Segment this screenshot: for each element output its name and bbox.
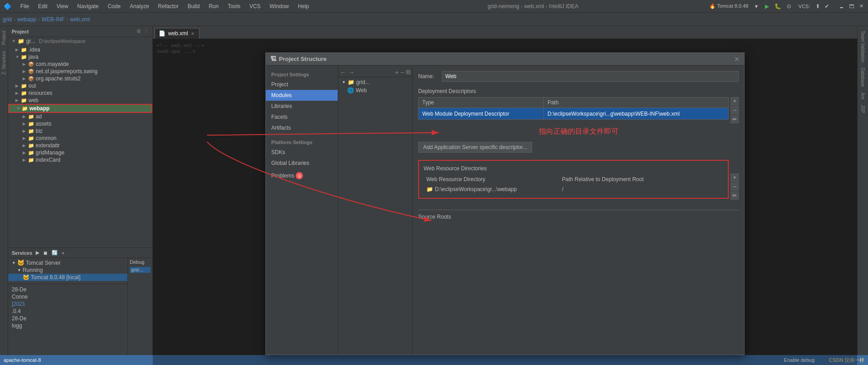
nav-problems[interactable]: Problems ① [266, 168, 338, 183]
svc-item-tomcat-server[interactable]: ▼ 🐱 Tomcat Server [8, 259, 127, 267]
services-tree: ▼ 🐱 Tomcat Server ▼ Running 🐱 Tomcat 8.0… [8, 258, 127, 282]
add-module-icon[interactable]: + [395, 69, 399, 76]
project-panel-toggle[interactable]: Project [0, 28, 7, 47]
nav-artifacts[interactable]: Artifacts [266, 122, 338, 133]
project-panel-title: Project [12, 29, 28, 34]
tomcat-server-label: Tomcat Server [26, 260, 61, 266]
jsp-panel[interactable]: JSP [859, 102, 866, 116]
back-icon[interactable]: ← [340, 69, 346, 76]
tree-item-idea[interactable]: ▶ 📁 .idea [8, 46, 152, 53]
maximize-button[interactable]: 🗖 [848, 3, 854, 9]
menu-window[interactable]: Window [268, 2, 291, 10]
team-validation-panel[interactable]: Team Validation [859, 28, 866, 65]
nav-modules[interactable]: Modules [266, 90, 338, 101]
menu-vcs[interactable]: VCS [248, 2, 263, 10]
resource-col2-header: Path Relative to Deployment Root [559, 175, 723, 183]
tree-item-web[interactable]: ▶ 📁 web [8, 97, 152, 104]
ant-panel[interactable]: Ant [859, 90, 866, 102]
forward-icon[interactable]: → [348, 69, 354, 76]
tree-item-webapp[interactable]: ▼ 📁 webapp [8, 104, 152, 113]
menu-analyze[interactable]: Analyze [128, 2, 151, 10]
tree-item-java[interactable]: ▼ 📁 java [8, 53, 152, 61]
tree-item-out[interactable]: ▶ 📁 out [8, 82, 152, 89]
nav-facets[interactable]: Facets [266, 112, 338, 122]
nav-libraries[interactable]: Libraries [266, 101, 338, 112]
tree-item-assets[interactable]: ▶ 📁 assets [8, 120, 152, 127]
breadcrumb-webapp[interactable]: webapp [17, 16, 36, 23]
copy-module-icon[interactable]: ⧉ [406, 68, 410, 76]
dialog-close-button[interactable]: ✕ [734, 56, 740, 63]
dialog-title-text: 🏗 Project Structure [270, 56, 326, 62]
breadcrumb-project[interactable]: grid [3, 16, 12, 23]
nav-sdks[interactable]: SDKs [266, 147, 338, 158]
services-icon-1[interactable]: ▶ [36, 250, 39, 256]
tree-label: biz [36, 128, 42, 134]
tree-label: assets [36, 121, 52, 127]
name-label: Name: [418, 73, 439, 80]
tree-item-jasper[interactable]: ▶ 📦 net.sf.jasperreports.swing [8, 68, 152, 75]
minimize-button[interactable]: 🗕 [838, 3, 844, 9]
svc-item-running[interactable]: ▼ Running [8, 267, 127, 274]
module-root[interactable]: ▼ 📁 grid... [338, 78, 412, 86]
tree-label: extendattr [36, 142, 60, 149]
tree-item-com-maywide[interactable]: ▶ 📦 com.maywide [8, 61, 152, 68]
vcs-update-button[interactable]: ⬆ [816, 3, 820, 9]
menu-tools[interactable]: Tools [226, 2, 242, 10]
resource-row-1[interactable]: 📁 D:\eclipseWorkspace\gr...\webapp / [424, 185, 723, 193]
resource-path-cell: / [559, 185, 723, 193]
menu-view[interactable]: View [55, 2, 70, 10]
menu-help[interactable]: Help [296, 2, 311, 10]
panel-settings-icon[interactable]: ⚙ [137, 28, 141, 34]
database-panel[interactable]: Database [859, 65, 866, 90]
remove-descriptor-button[interactable]: − [731, 106, 739, 114]
add-descriptor-button[interactable]: + [731, 97, 739, 105]
panel-gear-icon[interactable]: ⋮ [144, 28, 149, 34]
project-tree[interactable]: ▶ 📁 .idea ▼ 📁 java ▶ 📦 com.maywide ▶ 📦 [8, 45, 152, 248]
close-button[interactable]: ✕ [858, 3, 864, 9]
resource-directory-value: D:\eclipseWorkspace\gr...\webapp [435, 186, 517, 192]
edit-resource-button[interactable]: ✏ [731, 192, 739, 200]
module-web[interactable]: 🌐 Web [338, 86, 412, 94]
services-icon-4[interactable]: + [61, 250, 64, 256]
menu-edit[interactable]: Edit [36, 2, 49, 10]
tree-item-extendattr[interactable]: ▶ 📁 extendattr [8, 142, 152, 149]
nav-global-libraries[interactable]: Global Libraries [266, 158, 338, 168]
tree-item-ad[interactable]: ▶ 📁 ad [8, 113, 152, 120]
menu-code[interactable]: Code [106, 2, 123, 10]
menu-file[interactable]: File [19, 2, 31, 10]
breadcrumb-webxml[interactable]: web.xml [70, 16, 90, 23]
menu-run[interactable]: Run [207, 2, 221, 10]
services-icon-3[interactable]: 🔄 [52, 250, 58, 256]
tree-arrow: ▶ [23, 122, 28, 126]
edit-descriptor-button[interactable]: ✏ [731, 115, 739, 123]
remove-module-icon[interactable]: − [401, 69, 404, 76]
add-resource-button[interactable]: + [731, 173, 739, 182]
services-icon-2[interactable]: ⏹ [43, 250, 48, 256]
coverage-button[interactable]: ⊙ [787, 3, 791, 9]
tree-item-gridmanage[interactable]: ▶ 📁 gridManage [8, 149, 152, 156]
menu-build[interactable]: Build [186, 2, 202, 10]
remove-resource-button[interactable]: − [731, 182, 739, 191]
tree-item-biz[interactable]: ▶ 📁 biz [8, 127, 152, 135]
tree-item-indexcard[interactable]: ▶ 📁 indexCard [8, 156, 152, 164]
vcs-commit-button[interactable]: ✔ [825, 3, 829, 9]
menu-navigate[interactable]: Navigate [75, 2, 100, 10]
tree-item-resources[interactable]: ▶ 📁 resources [8, 89, 152, 97]
run-button[interactable]: ▶ [765, 3, 769, 9]
run-config-dropdown[interactable]: ▼ [754, 4, 759, 9]
debug-button[interactable]: 🐛 [774, 3, 781, 9]
breadcrumb-webinf[interactable]: WEB-INF [42, 16, 65, 23]
services-header: Services ▶ ⏹ 🔄 + [8, 248, 152, 258]
menu-refactor[interactable]: Refactor [156, 2, 180, 10]
structure-panel-toggle[interactable]: Z: Structure [0, 48, 7, 77]
name-input[interactable] [442, 71, 739, 82]
output-line-4: .0.4 [12, 308, 124, 315]
svc-item-tomcat-local[interactable]: 🐱 Tomcat 8.0.48 [local] [8, 274, 127, 281]
tree-item-struts2[interactable]: ▶ 📦 org.apache.struts2 [8, 75, 152, 82]
editor-tab-webxml[interactable]: 📄 web.xml ✕ [155, 28, 199, 38]
tab-close-button[interactable]: ✕ [191, 31, 194, 36]
nav-project[interactable]: Project [266, 79, 338, 90]
add-app-server-button[interactable]: Add Application Server specific descript… [418, 142, 532, 153]
tree-item-common[interactable]: ▶ 📁 common [8, 135, 152, 142]
descriptor-row-1[interactable]: Web Module Deployment Descriptor D:\ecli… [419, 108, 729, 120]
